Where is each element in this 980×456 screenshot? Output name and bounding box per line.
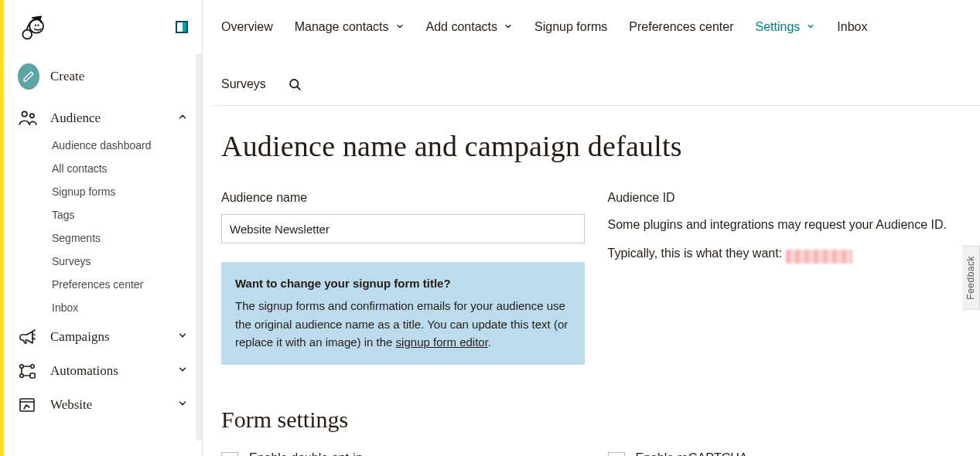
page-title: Audience name and campaign defaults: [221, 129, 971, 163]
chevron-down-icon: [177, 329, 188, 345]
svg-point-4: [22, 111, 27, 117]
chevron-down-icon: [177, 363, 188, 379]
checkbox-double-optin-text: Enable double opt-in Send contacts an op…: [249, 451, 524, 456]
nav-sub-segments[interactable]: Segments: [52, 232, 202, 244]
tab-settings[interactable]: Settings: [756, 20, 816, 34]
nav-automations[interactable]: Automations: [4, 354, 202, 388]
nav-sub-audience-dashboard[interactable]: Audience dashboard: [52, 139, 202, 151]
tab-label: Manage contacts: [295, 20, 389, 34]
svg-line-6: [32, 330, 35, 332]
tab-label: Settings: [756, 20, 801, 34]
tab-add-contacts[interactable]: Add contacts: [426, 20, 514, 34]
svg-rect-12: [30, 373, 35, 378]
nav-create-label: Create: [50, 69, 84, 84]
search-icon[interactable]: [288, 77, 302, 91]
main-content: Overview Manage contacts Add contacts Si…: [203, 0, 980, 456]
nav-create[interactable]: Create: [4, 60, 202, 100]
sidebar-nav: Create Audience Audience dashboard All c…: [4, 54, 202, 428]
browser-icon: [18, 396, 39, 414]
checkbox-label: Enable reCAPTCHA: [636, 451, 924, 456]
nav-audience-label: Audience: [50, 111, 101, 126]
nav-sub-tags[interactable]: Tags: [52, 209, 202, 221]
info-box-title: Want to change your signup form title?: [235, 274, 571, 292]
nav-automations-label: Automations: [50, 363, 118, 379]
audience-icon: [18, 108, 39, 128]
nav-audience[interactable]: Audience: [4, 100, 202, 136]
audience-name-input[interactable]: [221, 214, 585, 243]
sidebar: Create Audience Audience dashboard All c…: [4, 0, 203, 456]
tab-signup-forms[interactable]: Signup forms: [534, 20, 607, 34]
nav-campaigns-label: Campaigns: [50, 329, 110, 345]
checkbox-label: Enable double opt-in: [249, 451, 524, 456]
megaphone-icon: [18, 328, 39, 346]
chevron-down-icon: [806, 20, 815, 34]
chevron-up-icon: [177, 111, 188, 126]
tab-label: Surveys: [221, 77, 266, 91]
chevron-down-icon: [504, 20, 513, 34]
sidebar-collapse-toggle[interactable]: [176, 21, 188, 33]
svg-point-2: [37, 24, 39, 26]
nav-sub-signup-forms[interactable]: Signup forms: [52, 185, 202, 198]
nav-sub-preferences-center[interactable]: Preferences center: [52, 278, 202, 291]
checkbox-recaptcha[interactable]: [608, 452, 625, 456]
info-text-end: .: [488, 335, 491, 349]
sidebar-scrollbar[interactable]: [196, 54, 202, 441]
tab-inbox[interactable]: Inbox: [837, 20, 867, 34]
audience-name-label: Audience name: [221, 191, 585, 205]
nav-sub-all-contacts[interactable]: All contacts: [52, 162, 202, 175]
tab-surveys[interactable]: Surveys: [221, 77, 266, 91]
flow-icon: [18, 362, 39, 380]
tab-label: Preferences center: [629, 20, 733, 34]
form-col-right: Enable reCAPTCHA This helps prevent spam…: [608, 451, 971, 456]
chevron-down-icon: [177, 397, 188, 413]
svg-line-16: [297, 87, 299, 89]
col-left: Audience name Want to change your signup…: [221, 191, 585, 365]
nav-website-label: Website: [50, 397, 92, 413]
nav-sub-inbox[interactable]: Inbox: [52, 301, 202, 314]
form-col-left: Enable double opt-in Send contacts an op…: [221, 451, 585, 456]
page-content: Audience name and campaign defaults Audi…: [212, 106, 980, 456]
tab-preferences-center[interactable]: Preferences center: [629, 20, 733, 34]
tab-label: Inbox: [837, 20, 867, 34]
tab-bar: Overview Manage contacts Add contacts Si…: [212, 0, 980, 106]
nav-sub-surveys[interactable]: Surveys: [52, 255, 202, 267]
svg-point-1: [22, 30, 32, 39]
svg-point-5: [30, 114, 34, 117]
audience-id-value-redacted: [786, 250, 852, 264]
audience-id-desc-1: Some plugins and integrations may reques…: [608, 214, 971, 235]
svg-point-3: [35, 24, 36, 26]
tab-label: Signup forms: [534, 20, 607, 34]
pencil-icon: [18, 63, 39, 90]
sidebar-header: [4, 0, 202, 54]
nav-audience-subitems: Audience dashboard All contacts Signup f…: [4, 136, 202, 320]
chevron-down-icon: [395, 20, 405, 34]
nav-campaigns[interactable]: Campaigns: [4, 320, 202, 354]
tab-overview[interactable]: Overview: [221, 20, 273, 34]
audience-id-desc-2: Typically, this is what they want:: [608, 243, 971, 264]
tab-label: Add contacts: [426, 20, 498, 34]
form-settings-title: Form settings: [221, 407, 971, 433]
nav-website[interactable]: Website: [4, 388, 202, 422]
tab-label: Overview: [221, 20, 273, 34]
audience-id-desc-2-text: Typically, this is what they want:: [608, 247, 786, 260]
checkbox-double-optin[interactable]: [221, 452, 238, 456]
tab-manage-contacts[interactable]: Manage contacts: [295, 20, 405, 34]
col-right: Audience ID Some plugins and integration…: [608, 191, 971, 365]
brand-logo[interactable]: [16, 12, 46, 42]
info-box: Want to change your signup form title? T…: [221, 262, 585, 365]
info-box-body: The signup forms and confirmation emails…: [235, 297, 571, 351]
checkbox-recaptcha-text: Enable reCAPTCHA This helps prevent spam…: [636, 451, 924, 456]
audience-id-label: Audience ID: [608, 191, 971, 205]
signup-form-editor-link[interactable]: signup form editor: [396, 335, 488, 349]
feedback-tab[interactable]: Feedback: [962, 246, 980, 310]
